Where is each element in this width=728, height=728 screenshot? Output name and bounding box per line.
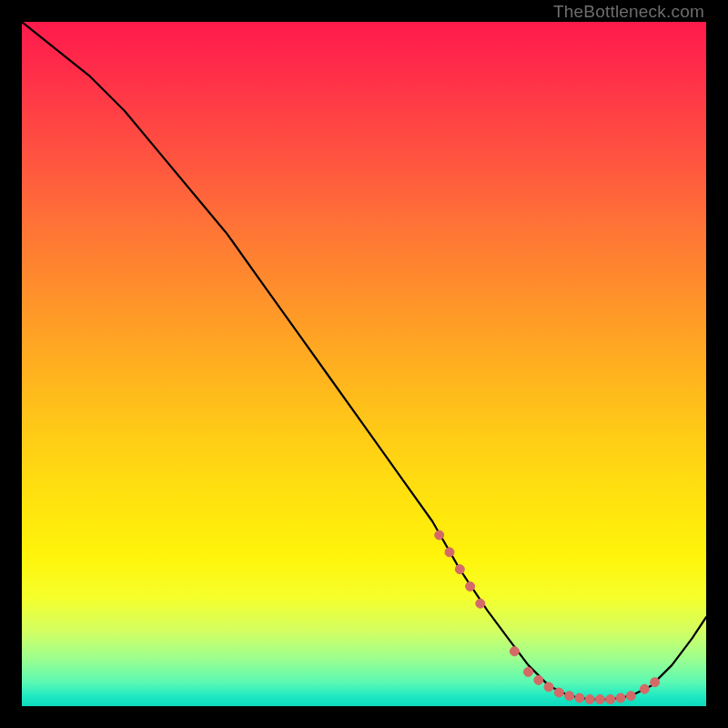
- highlight-dot: [524, 667, 533, 676]
- highlight-dot: [606, 695, 615, 704]
- highlight-dot: [476, 599, 485, 608]
- highlight-dot: [466, 581, 475, 591]
- watermark-text: TheBottleneck.com: [553, 2, 704, 22]
- bottleneck-curve: [22, 22, 706, 700]
- highlight-dots: [435, 531, 660, 704]
- highlight-dot: [640, 684, 649, 693]
- highlight-dot: [455, 565, 464, 574]
- highlight-dot: [585, 695, 594, 704]
- chart-frame: TheBottleneck.com: [0, 0, 728, 728]
- highlight-dot: [575, 693, 584, 703]
- highlight-dot: [616, 693, 625, 703]
- highlight-dot: [435, 531, 444, 540]
- highlight-dot: [445, 548, 454, 557]
- highlight-dot: [544, 682, 553, 692]
- highlight-dot: [510, 647, 519, 656]
- highlight-dot: [626, 692, 635, 701]
- curve-layer: [22, 22, 706, 706]
- highlight-dot: [595, 695, 604, 704]
- plot-area: [22, 22, 706, 706]
- highlight-dot: [565, 692, 574, 701]
- highlight-dot: [554, 688, 563, 697]
- highlight-dot: [651, 678, 660, 687]
- highlight-dot: [534, 675, 543, 684]
